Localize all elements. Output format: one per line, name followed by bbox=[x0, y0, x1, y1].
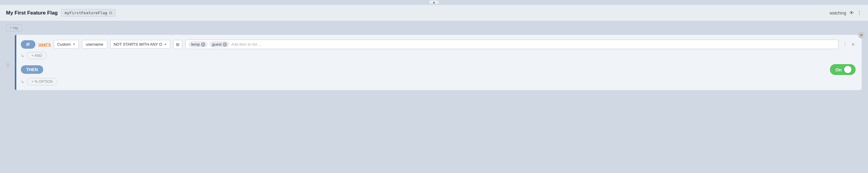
more-horiz-icon: ⋮ bbox=[843, 42, 847, 47]
rule-card: ✕ IF user's Custom ▼ username NOT STARTS… bbox=[14, 34, 862, 90]
list-action-button[interactable]: ≡ bbox=[850, 40, 856, 48]
if-row: IF user's Custom ▼ username NOT STARTS W… bbox=[21, 39, 856, 49]
if-badge: IF bbox=[21, 40, 35, 49]
add-item-placeholder[interactable]: Add item to list ... bbox=[231, 42, 261, 47]
remove-temp-tag-button[interactable]: ✕ bbox=[201, 42, 205, 47]
tag-chip-temp: temp ✕ bbox=[189, 41, 208, 48]
remove-guest-tag-button[interactable]: ✕ bbox=[223, 42, 227, 47]
then-row: THEN On bbox=[21, 64, 856, 75]
condition-dropdown-arrow: ▼ bbox=[164, 42, 167, 46]
on-label: On bbox=[835, 67, 842, 72]
username-label: username bbox=[86, 42, 103, 47]
tag-chip-temp-label: temp bbox=[191, 42, 200, 47]
on-toggle-button[interactable]: On bbox=[830, 64, 856, 75]
watching-label: watching bbox=[830, 10, 846, 16]
option-arrow-indent-icon: ↳ bbox=[21, 79, 25, 84]
add-option-button[interactable]: + % OPTION bbox=[27, 78, 57, 85]
more-options-button[interactable]: ⋮ bbox=[841, 40, 849, 48]
main-content: ⠿ ✕ IF user's Custom ▼ username NOT STAR… bbox=[0, 34, 868, 96]
list-icon: ≡ bbox=[852, 42, 855, 47]
grid-icon-button[interactable]: ⊞ bbox=[173, 40, 182, 49]
rule-left-stripe bbox=[15, 35, 16, 90]
more-vert-icon[interactable]: ⋮ bbox=[857, 10, 862, 16]
top-bar: My First Feature Flag myFirstFeatureFlag… bbox=[0, 5, 868, 21]
copy-icon[interactable]: ⧉ bbox=[109, 10, 112, 16]
username-field[interactable]: username bbox=[82, 40, 107, 49]
close-rule-button[interactable]: ✕ bbox=[858, 32, 865, 38]
row-actions: ⋮ ≡ bbox=[841, 40, 856, 48]
tag-row: + tag bbox=[0, 21, 868, 34]
then-badge: THEN bbox=[21, 65, 43, 74]
close-icon: ✕ bbox=[860, 33, 863, 37]
top-bar-left: My First Feature Flag myFirstFeatureFlag… bbox=[6, 9, 116, 17]
option-row: ↳ + % OPTION bbox=[21, 78, 856, 85]
condition-label: NOT STARTS WITH ANY O bbox=[114, 42, 162, 47]
custom-dropdown-arrow: ▼ bbox=[72, 42, 75, 46]
grid-icon: ⊞ bbox=[176, 42, 180, 47]
toggle-knob bbox=[844, 66, 851, 73]
users-link[interactable]: user's bbox=[38, 42, 51, 47]
top-bar-right: watching 👁 ⋮ bbox=[830, 10, 862, 16]
flag-title: My First Feature Flag bbox=[6, 10, 58, 16]
tags-container[interactable]: temp ✕ guest ✕ Add item to list ... bbox=[185, 39, 838, 49]
add-and-button[interactable]: + AND bbox=[27, 52, 46, 59]
drag-handle-col: ⠿ bbox=[6, 34, 10, 90]
tag-chip-guest-label: guest bbox=[212, 42, 221, 47]
collapse-arrow-top[interactable]: ▲ bbox=[429, 0, 439, 4]
condition-dropdown[interactable]: NOT STARTS WITH ANY O ▼ bbox=[110, 40, 170, 49]
and-row: ↳ + AND bbox=[21, 52, 856, 59]
arrow-indent-icon: ↳ bbox=[21, 53, 25, 58]
eye-icon[interactable]: 👁 bbox=[849, 10, 854, 16]
tag-chip-guest: guest ✕ bbox=[210, 41, 229, 48]
add-tag-button[interactable]: + tag bbox=[6, 24, 22, 31]
custom-label: Custom bbox=[57, 42, 71, 47]
flag-key-badge: myFirstFeatureFlag ⧉ bbox=[61, 9, 116, 17]
flag-key-text: myFirstFeatureFlag bbox=[65, 10, 107, 15]
then-section: THEN On ↳ + % OPTION bbox=[21, 64, 856, 85]
drag-handle-icon[interactable]: ⠿ bbox=[6, 63, 10, 68]
custom-dropdown[interactable]: Custom ▼ bbox=[54, 40, 79, 49]
